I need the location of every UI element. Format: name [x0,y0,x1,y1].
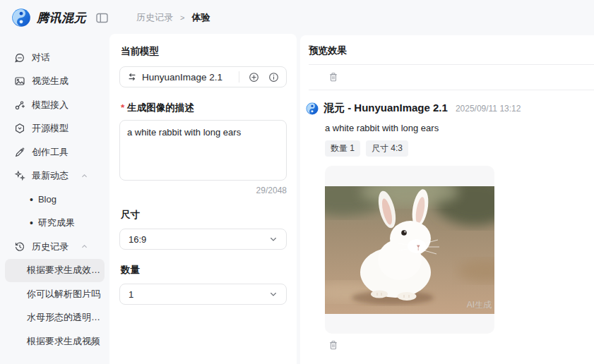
count-tag: 数量 1 [325,140,360,157]
chevron-down-icon [269,290,278,298]
preview-panel: 预览效果 [300,35,594,364]
pen-icon [14,147,25,158]
generation-result: 混元 - HunyuanImage 2.1 2025/09/11 13:12 a… [300,90,594,351]
app-root: 腾讯混元 历史记录 > 体验 对话 [0,0,594,364]
prompt-input[interactable]: a white rabbit with long ears [119,120,287,181]
sidebar-item-chat[interactable]: 对话 [0,46,109,70]
sidebar-item-label: 对话 [32,51,50,64]
model-selector[interactable]: HunyuanImage 2.1 [119,66,287,87]
clear-all-trash-icon[interactable] [328,72,338,83]
cube-icon [14,123,25,134]
history-item-generate-video[interactable]: 根据要求生成视频 [5,329,105,353]
sidebar-item-visual-generation[interactable]: 视觉生成 [0,70,109,94]
generated-image-card[interactable]: AI生成 [325,166,494,334]
history-item-label: 根据要求生成效… [27,264,100,277]
sidebar-item-label: 开源模型 [32,122,69,135]
breadcrumb-current: 体验 [191,11,210,24]
prompt-label: *生成图像的描述 [121,102,287,114]
bullet-icon: • [30,195,33,205]
sidebar-item-label: 最新动态 [32,169,69,182]
sidebar-item-label: 创作工具 [32,146,69,159]
chevron-up-icon[interactable] [81,172,88,180]
preview-toolbar [300,65,594,90]
breadcrumb-separator-icon: > [180,13,184,22]
divider [239,71,239,83]
sidebar-item-label: 模型接入 [32,99,69,111]
history-item-generate-effect[interactable]: 根据要求生成效… [5,259,105,283]
selected-model-name: HunyuanImage 2.1 [142,72,234,83]
size-value: 16:9 [129,234,269,245]
image-icon [14,75,25,87]
model-info-button[interactable] [268,72,279,83]
chevron-down-icon [269,235,278,243]
sidebar-subitem-blog[interactable]: • Blog [0,188,109,212]
current-model-label: 当前模型 [121,45,287,58]
count-label: 数量 [121,264,287,277]
sidebar-subitem-label: 研究成果 [38,217,75,229]
history-item-label: 你可以解析图片吗 [27,288,100,301]
sidebar-item-latest-news[interactable]: 最新动态 [0,164,109,188]
sidebar-item-creation-tools[interactable]: 创作工具 [0,140,109,164]
nodes-icon [14,99,25,111]
result-prompt-text: a white rabbit with long ears [325,123,580,133]
history-item-parse-image[interactable]: 你可以解析图片吗 [5,282,105,306]
generation-form-panel: 当前模型 HunyuanImage 2.1 *生 [109,34,297,364]
brand-name: 腾讯混元 [37,10,86,26]
size-select[interactable]: 16:9 [119,229,287,250]
breadcrumb-parent[interactable]: 历史记录 [136,11,173,24]
bullet-icon: • [30,218,33,228]
sidebar-item-open-source-models[interactable]: 开源模型 [0,117,109,141]
history-clock-icon [14,241,25,253]
result-tags: 数量 1 尺寸 4:3 [325,140,580,157]
sidebar-item-label: 视觉生成 [32,75,69,87]
topbar: 腾讯混元 历史记录 > 体验 [0,0,594,35]
history-item-jellyfish[interactable]: 水母形态的透明… [5,306,105,330]
sidebar-subitem-research[interactable]: • 研究成果 [0,212,109,236]
brand[interactable]: 腾讯混元 [11,8,86,28]
hunyuan-avatar [306,102,319,115]
history-item-label: 水母形态的透明… [27,311,100,324]
count-value: 1 [129,289,269,300]
chat-icon [14,52,25,63]
result-header: 混元 - HunyuanImage 2.1 2025/09/11 13:12 [306,102,580,115]
add-model-button[interactable] [249,72,259,83]
result-timestamp: 2025/09/11 13:12 [456,104,521,114]
generated-rabbit-image: AI生成 [325,186,494,314]
breadcrumb: 历史记录 > 体验 [136,11,210,24]
result-model-title: 混元 - HunyuanImage 2.1 [323,102,448,115]
history-item-label: 根据要求生成视频 [27,335,100,348]
hunyuan-logo-icon [11,8,31,28]
sparkles-icon [14,170,25,181]
size-tag: 尺寸 4:3 [366,140,408,157]
required-mark: * [121,102,124,113]
preview-title: 预览效果 [300,35,594,64]
delete-result-trash-icon[interactable] [328,340,338,351]
sidebar-item-history[interactable]: 历史记录 [0,235,109,259]
sidebar-item-label: 历史记录 [32,241,69,253]
sidebar-collapse-icon[interactable] [96,13,108,23]
sidebar: 对话 视觉生成 模型接入 [0,35,109,364]
chevron-up-icon[interactable] [81,243,88,250]
ai-watermark: AI生成 [467,300,492,310]
char-counter: 29/2048 [119,185,287,196]
count-select[interactable]: 1 [119,284,287,305]
size-label: 尺寸 [121,209,287,222]
sidebar-item-model-access[interactable]: 模型接入 [0,93,109,117]
swap-icon [127,72,137,82]
sidebar-subitem-label: Blog [38,194,57,205]
